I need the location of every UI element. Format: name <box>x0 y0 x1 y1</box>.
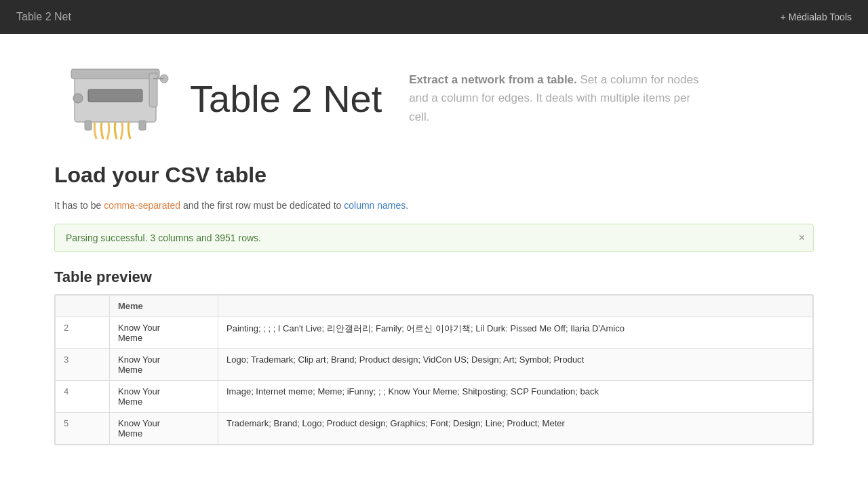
app-title: Table 2 Net <box>190 77 382 121</box>
header-col-meme: Meme <box>110 296 218 317</box>
table-cell-name: Know Your Meme <box>110 413 218 445</box>
table-cell-name: Know Your Meme <box>110 349 218 381</box>
table-row: 5Know Your MemeTrademark; Brand; Logo; P… <box>56 413 813 445</box>
main-content: Load your CSV table It has to be comma-s… <box>0 156 868 472</box>
navbar: Table 2 Net + Médialab Tools <box>0 0 868 34</box>
table-container[interactable]: Meme 2Know Your MemePainting; ; ; ; I Ca… <box>54 294 814 445</box>
table-header-row: Meme <box>56 296 813 317</box>
svg-rect-8 <box>139 121 146 130</box>
table-row: 3Know Your MemeLogo; Trademark; Clip art… <box>56 349 813 381</box>
success-alert: Parsing successful. 3 columns and 3951 r… <box>54 224 814 252</box>
load-csv-title: Load your CSV table <box>54 163 814 188</box>
hint-prefix: It has to be <box>54 200 104 211</box>
csv-hint: It has to be comma-separated and the fir… <box>54 199 814 213</box>
svg-rect-2 <box>88 89 142 102</box>
hero-section: Table 2 Net Extract a network from a tab… <box>0 34 868 156</box>
column-names-link[interactable]: column names <box>344 200 406 211</box>
table-cell-data: Painting; ; ; ; I Can't Live; 리안갤러리; Fam… <box>218 317 813 349</box>
medialab-tools-link[interactable]: + Médialab Tools <box>781 12 852 22</box>
table-cell-name: Know Your Meme <box>110 317 218 349</box>
hint-suffix: . <box>406 200 408 211</box>
table-cell-data: Logo; Trademark; Clip art; Brand; Produc… <box>218 349 813 381</box>
table-cell-name: Know Your Meme <box>110 381 218 413</box>
table-row: 2Know Your MemePainting; ; ; ; I Can't L… <box>56 317 813 349</box>
table-cell-num: 5 <box>56 413 110 445</box>
table-preview-title: Table preview <box>54 268 814 286</box>
header-col-data <box>218 296 813 317</box>
comma-separated-link[interactable]: comma-separated <box>104 200 180 211</box>
pasta-machine-icon <box>54 54 176 142</box>
alert-close-button[interactable]: × <box>799 232 805 243</box>
hint-middle: and the first row must be dedicated to <box>180 200 344 211</box>
hero-description-bold: Extract a network from a table. <box>409 73 577 86</box>
svg-rect-1 <box>71 69 159 79</box>
svg-rect-7 <box>85 121 92 130</box>
alert-message: Parsing successful. 3 columns and 3951 r… <box>66 232 261 243</box>
table-row: 4Know Your MemeImage; Internet meme; Mem… <box>56 381 813 413</box>
hero-description: Extract a network from a table. Set a co… <box>409 70 707 126</box>
table-cell-num: 2 <box>56 317 110 349</box>
header-col-num <box>56 296 110 317</box>
navbar-brand: Table 2 Net <box>16 11 71 23</box>
preview-table: Meme 2Know Your MemePainting; ; ; ; I Ca… <box>55 295 813 445</box>
hero-logo-area: Table 2 Net <box>54 54 382 142</box>
table-cell-num: 3 <box>56 349 110 381</box>
table-cell-data: Trademark; Brand; Logo; Product design; … <box>218 413 813 445</box>
table-cell-data: Image; Internet meme; Meme; iFunny; ; ; … <box>218 381 813 413</box>
table-cell-num: 4 <box>56 381 110 413</box>
svg-point-6 <box>73 94 83 103</box>
